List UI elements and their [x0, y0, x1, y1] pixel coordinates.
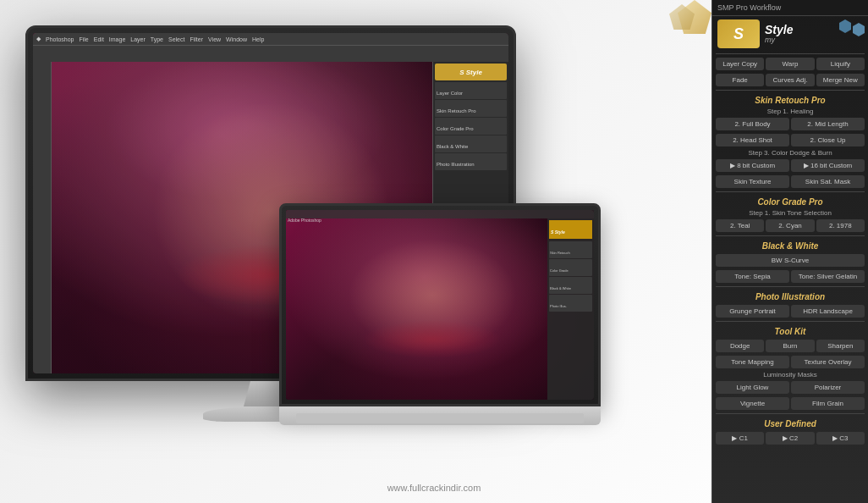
- luminosity-masks-label: Luminosity Masks: [712, 370, 868, 379]
- warp-button[interactable]: Warp: [766, 58, 814, 70]
- bw-row-1: BW S-Curve: [712, 252, 868, 268]
- grunge-portrait-button[interactable]: Grunge Portrait: [716, 305, 789, 318]
- smp-logo-box: S: [717, 19, 760, 48]
- skin-row-3: ▶ 8 bit Custom ▶ 16 bit Custom: [712, 158, 868, 174]
- photo-illus-row-1: Grunge Portrait HDR Landscape: [712, 303, 868, 319]
- footer-website: www.fullcrackindir.com: [387, 483, 481, 493]
- full-body-button[interactable]: 2. Full Body: [716, 118, 789, 130]
- divider-4: [716, 235, 865, 236]
- toolkit-row-4: Vignette Film Grain: [712, 395, 868, 412]
- curves-adj-button[interactable]: Curves Adj.: [766, 74, 814, 86]
- head-shot-button[interactable]: 2. Head Shot: [716, 134, 789, 146]
- bw-title: Black & White: [712, 238, 868, 252]
- bw-scurve-button[interactable]: BW S-Curve: [716, 254, 865, 267]
- toolkit-row-2: Tone Mapping Texture Overlay: [712, 354, 868, 370]
- dodge-button[interactable]: Dodge: [716, 340, 764, 352]
- divider-2: [716, 90, 865, 91]
- laptop-screen: Adobe Photoshop S Style Skin Retouch Col…: [286, 210, 594, 400]
- close-up-button[interactable]: 2. Close Up: [791, 134, 865, 146]
- smp-hexagons: [839, 19, 865, 36]
- laptop: Adobe Photoshop S Style Skin Retouch Col…: [279, 203, 601, 474]
- film-grain-button[interactable]: Film Grain: [791, 397, 865, 410]
- toolkit-row-3: Light Glow Polarizer: [712, 379, 868, 395]
- liquify-button[interactable]: Liquify: [816, 58, 865, 70]
- smp-header-text: SMP Pro Workflow: [717, 3, 781, 12]
- user-defined-row-1: ▶ C1 ▶ C2 ▶ C3: [712, 430, 868, 446]
- laptop-screen-frame: Adobe Photoshop S Style Skin Retouch Col…: [279, 203, 601, 406]
- laptop-keyboard: [296, 413, 584, 423]
- smp-logo-area: S Style my: [712, 16, 868, 52]
- ps-left-toolbar: [33, 62, 52, 373]
- ps-menu-help: Help: [252, 36, 264, 42]
- skin-retouch-step1: Step 1. Healing: [712, 107, 868, 116]
- toolkit-row-1: Dodge Burn Sharpen: [712, 338, 868, 354]
- c2-button[interactable]: ▶ C2: [766, 432, 814, 445]
- ps-menu-view: View: [208, 36, 221, 42]
- ps-menu-image: Image: [109, 36, 125, 42]
- skin-sat-mask-button[interactable]: Skin Sat. Mask: [791, 175, 865, 188]
- skin-retouch-title: Skin Retouch Pro: [712, 92, 868, 107]
- texture-overlay-button[interactable]: Texture Overlay: [791, 356, 865, 368]
- ps-menubar: ◆ Photoshop File Edit Image Layer Type S…: [33, 33, 508, 45]
- toolkit-title: Tool Kit: [712, 323, 868, 338]
- user-defined-title: User Defined: [712, 416, 868, 430]
- ps-menu-filter: Filter: [190, 36, 203, 42]
- vignette-button[interactable]: Vignette: [716, 397, 789, 410]
- sharpen-button[interactable]: Sharpen: [816, 340, 865, 352]
- skin-row-4: Skin Texture Skin Sat. Mask: [712, 174, 868, 190]
- smp-pro-panel: SMP Pro Workflow S Style my Layer Copy W…: [711, 0, 868, 503]
- ps-menu-photoshop: Photoshop: [46, 36, 74, 42]
- ps-menu-window: Window: [226, 36, 247, 42]
- smp-my-text: my: [765, 36, 793, 44]
- smp-logo-text-area: Style my: [765, 24, 793, 44]
- ps-menu-edit: Edit: [94, 36, 104, 42]
- hex-2: [853, 23, 865, 36]
- ps-menu-select: Select: [168, 36, 184, 42]
- divider-5: [716, 286, 865, 287]
- 16bit-custom-button[interactable]: ▶ 16 bit Custom: [791, 159, 865, 172]
- fade-button[interactable]: Fade: [716, 74, 764, 86]
- 8bit-custom-button[interactable]: ▶ 8 bit Custom: [716, 159, 789, 172]
- c3-button[interactable]: ▶ C3: [816, 432, 865, 445]
- mid-length-button[interactable]: 2. Mid Length: [791, 118, 865, 130]
- 1978-button[interactable]: 2. 1978: [816, 219, 865, 232]
- divider-3: [716, 191, 865, 192]
- skin-texture-button[interactable]: Skin Texture: [716, 175, 789, 188]
- ps-menu-apple: ◆: [36, 36, 41, 42]
- bw-row-2: Tone: Sepia Tone: Silver Gelatin: [712, 268, 868, 285]
- hdr-landscape-button[interactable]: HDR Landscape: [791, 305, 865, 318]
- skin-row-1: 2. Full Body 2. Mid Length: [712, 116, 868, 132]
- divider-7: [716, 413, 865, 414]
- cyan-button[interactable]: 2. Cyan: [766, 219, 814, 232]
- color-grade-row-1: 2. Teal 2. Cyan 2. 1978: [712, 218, 868, 234]
- divider-1: [716, 53, 865, 54]
- ps-menu-type: Type: [151, 36, 163, 42]
- photo-illus-title: Photo Illustration: [712, 289, 868, 303]
- color-grade-step1: Step 1. Skin Tone Selection: [712, 208, 868, 218]
- layer-copy-button[interactable]: Layer Copy: [716, 58, 764, 70]
- smp-style-text: Style: [765, 24, 793, 36]
- smp-panel-header: SMP Pro Workflow: [712, 0, 868, 16]
- merge-new-button[interactable]: Merge New: [816, 74, 865, 86]
- ps-toolbar: [33, 45, 508, 62]
- light-glow-button[interactable]: Light Glow: [716, 381, 789, 394]
- c1-button[interactable]: ▶ C1: [716, 432, 764, 445]
- hex-1: [839, 19, 851, 33]
- color-grade-title: Color Grade Pro: [712, 194, 868, 208]
- laptop-photo: Adobe Photoshop S Style Skin Retouch Col…: [286, 210, 594, 400]
- burn-button[interactable]: Burn: [766, 340, 814, 352]
- ps-menu-layer: Layer: [130, 36, 146, 42]
- tone-mapping-button[interactable]: Tone Mapping: [716, 356, 789, 368]
- btn-row-1: Layer Copy Warp Liquify: [712, 56, 868, 72]
- color-dodge-burn-label: Step 3. Color Dodge & Burn: [712, 148, 868, 158]
- btn-row-2: Fade Curves Adj. Merge New: [712, 72, 868, 88]
- polarizer-button[interactable]: Polarizer: [791, 381, 865, 394]
- smp-logo-letter: S: [733, 25, 744, 43]
- tone-silver-button[interactable]: Tone: Silver Gelatin: [791, 270, 865, 283]
- tone-sepia-button[interactable]: Tone: Sepia: [716, 270, 789, 283]
- decorative-shapes: [661, 0, 711, 51]
- teal-button[interactable]: 2. Teal: [716, 219, 764, 232]
- divider-6: [716, 321, 865, 322]
- ps-menu-file: File: [79, 36, 88, 42]
- skin-row-2: 2. Head Shot 2. Close Up: [712, 132, 868, 148]
